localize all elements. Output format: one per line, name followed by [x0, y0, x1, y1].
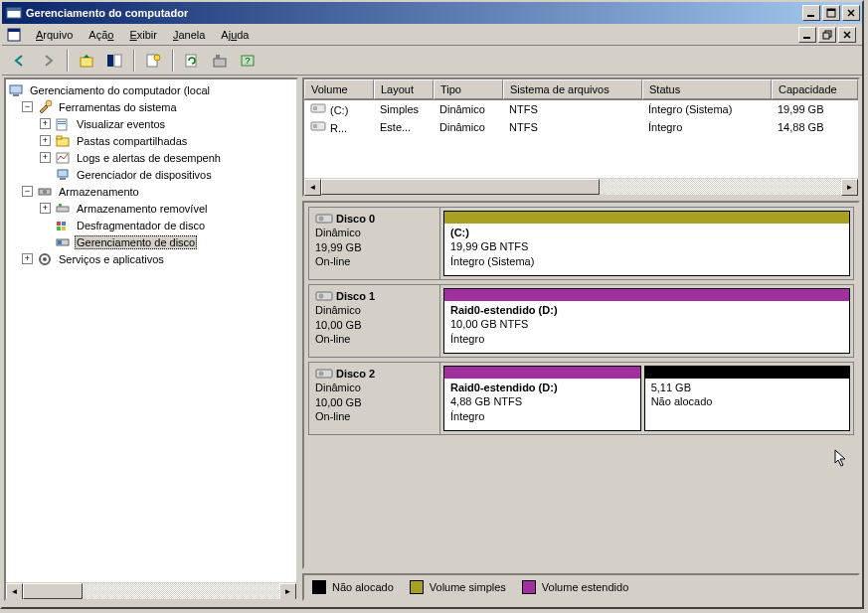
settings-button[interactable]	[208, 49, 232, 73]
scroll-right-button[interactable]: ►	[279, 583, 296, 600]
tree-ferramentas[interactable]: − Ferramentas do sistema	[6, 98, 296, 115]
partition[interactable]: 5,11 GBNão alocado	[644, 366, 850, 431]
maximize-button[interactable]	[822, 5, 840, 21]
svg-rect-2	[807, 15, 814, 17]
disk-row: Disco 1Dinâmico10,00 GBOn-lineRaid0-este…	[308, 284, 854, 358]
menu-arquivo[interactable]: Arquivo	[28, 27, 81, 43]
perf-logs-icon	[55, 150, 71, 166]
tree-servicos[interactable]: + Serviços e aplicativos	[6, 250, 296, 267]
svg-rect-10	[81, 58, 92, 67]
header-sistema[interactable]: Sistema de arquivos	[503, 79, 642, 99]
header-capacidade[interactable]: Capacidade	[772, 79, 858, 99]
window-title: Gerenciamento do computador	[26, 7, 802, 19]
disk-info[interactable]: Disco 0Dinâmico19,99 GBOn-line	[309, 208, 440, 279]
mdi-close-button[interactable]	[838, 27, 856, 43]
volume-row[interactable]: (C:)SimplesDinâmicoNTFSÍntegro (Sistema)…	[304, 100, 858, 118]
partition[interactable]: (C:)19,99 GB NTFSÍntegro (Sistema)	[443, 211, 850, 276]
close-button[interactable]	[842, 5, 860, 21]
header-layout[interactable]: Layout	[374, 79, 434, 99]
svg-rect-49	[316, 292, 332, 300]
tree-desfragmentador[interactable]: Desfragmentador de disco	[6, 217, 296, 233]
refresh-button[interactable]	[180, 49, 204, 73]
help-button[interactable]: ?	[236, 49, 260, 73]
expand-icon[interactable]: +	[40, 135, 51, 146]
volumes-scrollbar-horizontal[interactable]: ◄ ►	[304, 178, 858, 195]
disk-row: Disco 2Dinâmico10,00 GBOn-lineRaid0-este…	[308, 362, 854, 435]
tree-armazenamento[interactable]: − Armazenamento	[6, 183, 296, 200]
svg-point-50	[319, 294, 324, 299]
back-button[interactable]	[8, 49, 32, 73]
menu-janela[interactable]: Janela	[165, 27, 213, 43]
tree-armaz-removivel[interactable]: + Armazenamento removível	[6, 200, 296, 217]
svg-point-52	[319, 372, 324, 377]
expand-icon[interactable]: +	[40, 203, 51, 214]
tree-scrollbar-horizontal[interactable]: ◄ ►	[6, 582, 296, 599]
tree-root[interactable]: Gerenciamento do computador (local	[6, 81, 296, 98]
disk-info[interactable]: Disco 2Dinâmico10,00 GBOn-line	[309, 363, 440, 434]
expand-icon[interactable]: +	[22, 253, 33, 264]
scroll-thumb[interactable]	[321, 179, 600, 195]
device-manager-icon	[55, 167, 71, 183]
toolbar: ?	[2, 46, 862, 76]
up-button[interactable]	[75, 49, 98, 73]
tree-logs-alertas[interactable]: + Logs e alertas de desempenh	[6, 149, 296, 166]
tree-gerenciamento-disco[interactable]: Gerenciamento de disco	[6, 233, 296, 250]
legend-swatch-purple	[522, 580, 536, 594]
properties-button[interactable]	[141, 49, 165, 73]
svg-rect-6	[8, 29, 20, 32]
disk-graph-panel: Disco 0Dinâmico19,99 GBOn-line(C:)19,99 …	[302, 201, 860, 569]
legend-spanned: Volume estendido	[522, 580, 628, 594]
collapse-icon[interactable]: −	[22, 101, 33, 112]
svg-point-48	[319, 217, 324, 222]
partition[interactable]: Raid0-estendido (D:)10,00 GB NTFSÍntegro	[443, 288, 850, 354]
disk-icon	[315, 212, 333, 226]
svg-rect-30	[60, 178, 66, 180]
scroll-left-button[interactable]: ◄	[6, 583, 23, 600]
svg-rect-33	[57, 207, 69, 212]
storage-icon	[37, 184, 53, 200]
svg-rect-17	[216, 55, 220, 59]
svg-rect-9	[823, 33, 829, 39]
collapse-icon[interactable]: −	[22, 186, 33, 197]
removable-storage-icon	[55, 201, 71, 217]
legend-simple: Volume simples	[410, 580, 506, 594]
forward-button[interactable]	[36, 49, 60, 73]
svg-rect-44	[313, 106, 317, 110]
legend-swatch-olive	[410, 580, 424, 594]
disk-info[interactable]: Disco 1Dinâmico10,00 GBOn-line	[309, 285, 440, 357]
titlebar: Gerenciamento do computador	[2, 2, 862, 24]
tree-gerenciador-dispositivos[interactable]: Gerenciador de dispositivos	[6, 166, 296, 183]
menu-acao[interactable]: Ação	[81, 27, 121, 43]
svg-rect-4	[827, 9, 835, 11]
svg-rect-36	[62, 222, 66, 226]
svg-rect-27	[57, 136, 62, 139]
volume-row[interactable]: R...Este...DinâmicoNTFSÍntegro14,88 GB	[304, 118, 858, 136]
mdi-minimize-button[interactable]	[798, 27, 816, 43]
svg-rect-46	[313, 124, 317, 128]
header-status[interactable]: Status	[642, 79, 772, 99]
minimize-button[interactable]	[802, 5, 820, 21]
tree-pastas-compartilhadas[interactable]: + Pastas compartilhadas	[6, 132, 296, 149]
volume-list: Volume Layout Tipo Sistema de arquivos S…	[302, 77, 860, 197]
tree-panel: Gerenciamento do computador (local − Fer…	[4, 77, 298, 601]
show-hide-tree-button[interactable]	[102, 49, 126, 73]
header-volume[interactable]: Volume	[304, 79, 374, 99]
expand-icon[interactable]: +	[40, 152, 51, 163]
scroll-thumb[interactable]	[23, 583, 83, 599]
menu-exibir[interactable]: Exibir	[121, 27, 165, 43]
svg-rect-35	[57, 222, 61, 226]
svg-rect-38	[62, 227, 66, 230]
svg-rect-34	[59, 204, 62, 207]
legend-swatch-black	[312, 580, 326, 594]
scroll-left-button[interactable]: ◄	[304, 179, 321, 196]
svg-rect-24	[58, 121, 66, 122]
expand-icon[interactable]: +	[40, 118, 51, 129]
mdi-restore-button[interactable]	[818, 27, 836, 43]
scroll-right-button[interactable]: ►	[841, 179, 858, 196]
menu-ajuda[interactable]: Ajuda	[213, 27, 257, 43]
partition-color-bar	[444, 212, 849, 224]
tree-visualizar-eventos[interactable]: + Visualizar eventos	[6, 115, 296, 132]
partition[interactable]: Raid0-estendido (D:)4,88 GB NTFSÍntegro	[443, 366, 641, 431]
svg-point-42	[43, 257, 47, 261]
header-tipo[interactable]: Tipo	[434, 79, 503, 99]
